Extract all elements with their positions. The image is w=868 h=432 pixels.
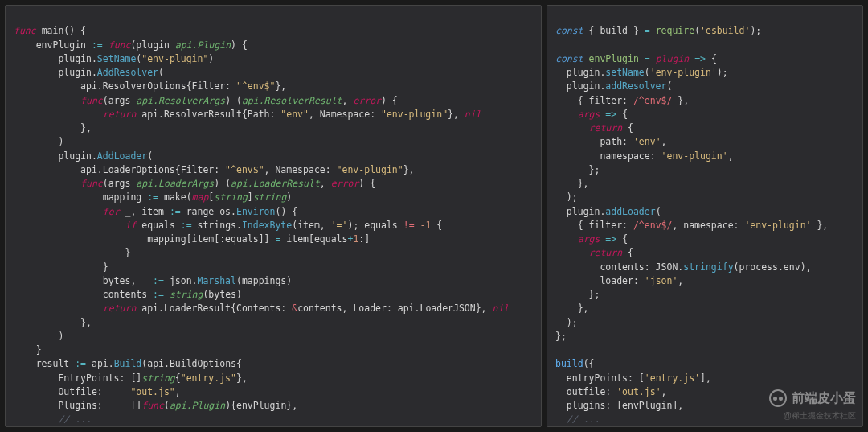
code-token: :=: [181, 220, 192, 231]
code-token: [583, 53, 589, 64]
code-token: Outfile:: [14, 386, 130, 397]
code-token: [14, 413, 58, 425]
code-token: func: [108, 39, 131, 51]
code-token: }: [14, 261, 108, 273]
code-token: (args: [103, 178, 137, 189]
code-token: mapping[item[:equals]]: [14, 233, 275, 245]
code-token: :=: [147, 191, 158, 203]
code-token: 'entry.js': [645, 372, 700, 384]
code-token: [639, 53, 645, 64]
code-token: [14, 95, 80, 106]
code-token: , Namespace:: [264, 164, 337, 175]
code-token: string: [214, 191, 248, 203]
code-token: api.LoaderResult{Contents:: [136, 302, 292, 314]
code-token: string: [170, 289, 203, 300]
code-token: =>: [694, 53, 706, 64]
code-token: envPlugin: [589, 53, 639, 64]
code-token: };: [555, 164, 600, 175]
code-token: {: [616, 233, 628, 245]
code-token: make(: [158, 191, 192, 203]
code-token: nil: [465, 109, 481, 120]
code-token: (plugin: [130, 39, 174, 51]
code-token: ]: [248, 191, 253, 203]
code-token: addLoader: [605, 206, 655, 217]
code-token: ): [14, 331, 63, 342]
code-token: (: [164, 400, 170, 411]
code-token: );: [717, 67, 728, 78]
code-token: // ...: [567, 413, 600, 425]
code-token: {: [431, 220, 442, 231]
code-token: },: [555, 178, 589, 189]
code-token: api.ResolverResult: [242, 95, 342, 106]
code-token: const: [555, 25, 583, 36]
code-token: range os.: [181, 206, 236, 217]
code-token: "out.js": [130, 386, 174, 397]
code-token: string: [253, 191, 287, 203]
code-token: plugin.: [14, 53, 97, 64]
code-token: [555, 413, 567, 425]
code-token: );: [555, 317, 578, 328]
code-token: :=: [75, 358, 86, 369]
code-token: "^env$": [225, 164, 264, 175]
code-token: _, item: [120, 206, 170, 217]
code-token: 'esbuild': [700, 25, 750, 36]
code-token: [650, 53, 656, 64]
code-token: ): [286, 191, 292, 203]
watermark-title: 前端皮小蛋: [792, 389, 856, 408]
code-token: :=: [170, 206, 181, 217]
code-token: =>: [605, 109, 616, 120]
code-token: (: [656, 206, 661, 217]
code-token: error: [353, 95, 381, 106]
code-token: { build }: [583, 25, 645, 36]
code-token: map: [192, 191, 209, 203]
code-token: SetName: [97, 53, 136, 64]
code-token: api.LoaderArgs: [136, 178, 214, 189]
go-code-pane: func main() { envPlugin := func(plugin a…: [5, 5, 542, 427]
code-token: api.Plugin: [175, 39, 231, 51]
code-token: ): [14, 136, 63, 147]
code-token: ,: [728, 150, 734, 162]
code-token: );: [555, 191, 578, 203]
code-token: ){envPlugin},: [225, 400, 297, 411]
code-token: ) (: [214, 178, 231, 189]
code-token: (: [158, 67, 164, 78]
code-token: :]: [358, 233, 370, 245]
code-token: {: [706, 53, 717, 64]
code-token: api.ResolverArgs: [136, 95, 225, 106]
code-token: (item,: [292, 220, 330, 231]
code-token: func: [80, 95, 103, 106]
code-token: AddResolver: [97, 67, 158, 78]
code-token: },: [555, 302, 589, 314]
code-token: 'out.js': [616, 386, 661, 397]
code-token: api.Plugin: [170, 400, 225, 411]
code-token: plugins: [envPlugin],: [555, 400, 683, 411]
code-token: Plugins: []: [14, 400, 141, 411]
code-token: if: [125, 220, 136, 231]
code-token: , namespace:: [672, 220, 744, 231]
code-token: {: [622, 122, 633, 134]
code-token: plugin.: [14, 67, 97, 78]
code-token: },: [14, 122, 92, 134]
code-token: IndexByte: [242, 220, 292, 231]
code-token: [555, 247, 589, 258]
code-token: "env": [280, 109, 309, 120]
code-token: ,: [661, 136, 667, 147]
code-token: [164, 289, 170, 300]
code-token: plugin: [656, 53, 690, 64]
code-token: 'env': [633, 136, 661, 147]
code-token: api.ResolverOptions{Filter:: [14, 80, 236, 92]
code-token: (process.env),: [734, 261, 812, 273]
code-token: :=: [153, 275, 164, 286]
js-code-pane: const { build } = require('esbuild'); co…: [547, 5, 863, 427]
code-token: api.LoaderResult: [231, 178, 320, 189]
code-token: api.ResolverResult{Path:: [136, 109, 280, 120]
code-token: plugin.: [555, 67, 605, 78]
code-token: addResolver: [605, 80, 666, 92]
code-token: 'env-plugin': [744, 220, 811, 231]
code-token: },: [448, 109, 465, 120]
code-token: () {: [275, 206, 297, 217]
code-token: [14, 220, 125, 231]
code-token: ,: [320, 178, 331, 189]
code-token: }: [14, 247, 130, 258]
code-token: );: [750, 25, 761, 36]
